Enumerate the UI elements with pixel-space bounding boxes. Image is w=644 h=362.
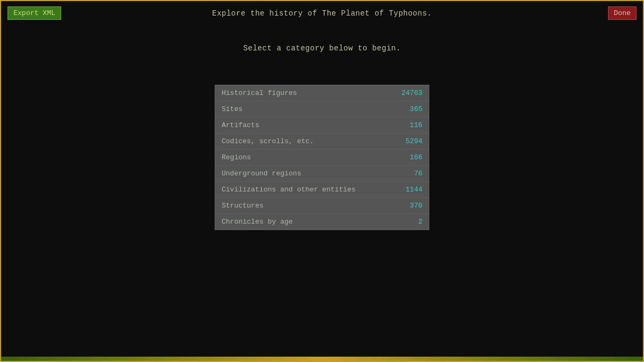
app-container: Export XML Explore the history of The Pl… — [1, 1, 643, 361]
category-item[interactable]: Historical figures24763 — [215, 85, 429, 101]
category-item[interactable]: Chronicles by age2 — [215, 214, 429, 230]
category-item[interactable]: Sites365 — [215, 101, 429, 117]
category-item[interactable]: Codices, scrolls, etc.5294 — [215, 134, 429, 150]
top-bar: Export XML Explore the history of The Pl… — [1, 1, 643, 25]
category-count: 1144 — [406, 186, 422, 194]
category-item[interactable]: Artifacts116 — [215, 117, 429, 134]
category-count: 24763 — [401, 89, 422, 97]
category-item[interactable]: Structures370 — [215, 198, 429, 214]
category-count: 76 — [414, 169, 422, 178]
category-item[interactable]: Regions166 — [215, 150, 429, 166]
subtitle-text: Select a category below to begin. — [243, 44, 401, 53]
category-name: Historical figures — [222, 89, 297, 97]
category-count: 2 — [418, 218, 422, 226]
category-name: Regions — [222, 153, 251, 161]
category-name: Artifacts — [222, 121, 259, 129]
page-title: Explore the history of The Planet of Typ… — [212, 9, 431, 18]
category-list: Historical figures24763Sites365Artifacts… — [215, 85, 429, 230]
category-name: Civilizations and other entities — [222, 186, 356, 194]
category-name: Codices, scrolls, etc. — [222, 137, 314, 145]
export-xml-button[interactable]: Export XML — [8, 6, 61, 20]
category-count: 166 — [410, 153, 422, 161]
bottom-border — [1, 357, 643, 361]
category-name: Chronicles by age — [222, 218, 293, 226]
done-button[interactable]: Done — [608, 6, 636, 20]
category-item[interactable]: Underground regions76 — [215, 166, 429, 182]
category-count: 365 — [410, 105, 422, 113]
category-name: Underground regions — [222, 169, 301, 178]
category-name: Structures — [222, 202, 264, 210]
category-name: Sites — [222, 105, 243, 113]
category-item[interactable]: Civilizations and other entities1144 — [215, 182, 429, 198]
category-count: 370 — [410, 202, 422, 210]
category-count: 116 — [410, 121, 422, 129]
category-count: 5294 — [406, 137, 422, 145]
